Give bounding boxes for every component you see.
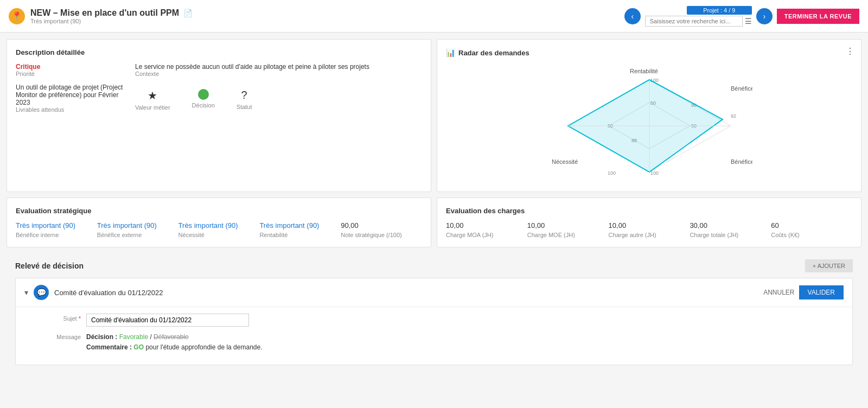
nav-prev-button[interactable]: ‹ <box>624 8 641 24</box>
description-row-deliverables: Un outil de pilotage de projet (Project … <box>16 84 422 113</box>
commentaire-prefix: Commentaire : <box>86 343 133 351</box>
description-row-priority: Critique Priorité Le service ne possède … <box>16 63 422 77</box>
priority-value: Critique <box>16 63 124 71</box>
charge-col-0: 10,00 Charge MOA (JH) <box>446 221 527 238</box>
description-title: Description détaillée <box>16 48 422 56</box>
charge-col-4: 60 Coûts (K€) <box>771 221 852 238</box>
charge-key-3: Charge totale (JH) <box>690 232 771 238</box>
eval-key-3: Rentabilité <box>259 232 341 238</box>
eval-value-4: 90,00 <box>341 221 422 229</box>
charge-col-3: 30,00 Charge totale (JH) <box>690 221 771 238</box>
eval-value-3: Très important (90) <box>259 221 341 229</box>
decision-item-left: ▾ 💬 Comité d'évaluation du 01/12/2022 <box>24 285 163 300</box>
radar-card: 📊 Radar des demandes ⋮ Rentabilité Bénéf… <box>437 39 861 192</box>
deliverables-value: Un outil de pilotage de projet (Project … <box>16 84 124 106</box>
charge-key-1: Charge MOE (JH) <box>527 232 609 238</box>
chevron-down-icon[interactable]: ▾ <box>24 288 28 297</box>
valeur-metier-label: Valeur métier <box>135 104 170 111</box>
decision-item: ▾ 💬 Comité d'évaluation du 01/12/2022 AN… <box>15 278 853 365</box>
decision-item-title: Comité d'évaluation du 01/12/2022 <box>54 289 163 297</box>
decision-header: Relevé de décision + AJOUTER <box>15 259 853 272</box>
valider-button[interactable]: VALIDER <box>799 285 844 299</box>
decision-item-header: ▾ 💬 Comité d'évaluation du 01/12/2022 AN… <box>16 278 852 307</box>
evaluation-charges-title: Evaluation des charges <box>446 207 852 215</box>
header-title-block: NEW – Mise en place d'un outil PPM 📄 Trè… <box>30 8 193 24</box>
decision-line: Décision : Favorable / Défavorable <box>86 332 263 342</box>
add-decision-button[interactable]: + AJOUTER <box>805 259 853 272</box>
radar-chart: Rentabilité Bénéfice externe Bénéfice in… <box>446 63 852 183</box>
title-text: NEW – Mise en place d'un outil PPM <box>30 8 179 18</box>
charge-value-3: 30,00 <box>690 221 771 229</box>
radar-title: 📊 Radar des demandes <box>446 48 852 57</box>
description-card: Description détaillée Critique Priorité … <box>7 39 431 192</box>
svg-text:Bénéfice interne: Bénéfice interne <box>731 158 752 165</box>
project-counter: Projet : 4 / 9 <box>687 6 752 15</box>
header: 📍 NEW – Mise en place d'un outil PPM 📄 T… <box>0 0 868 33</box>
top-row: Description détaillée Critique Priorité … <box>7 39 861 192</box>
go-text: GO <box>133 343 144 351</box>
charge-value-4: 60 <box>771 221 852 229</box>
svg-text:Nécessité: Nécessité <box>552 158 578 165</box>
decision-prefix: Décision : <box>86 333 119 341</box>
eval-value-0: Très important (90) <box>16 221 97 229</box>
nav-next-button[interactable]: › <box>756 8 773 24</box>
eval-col-1: Très important (90) Bénéfice externe <box>97 221 178 238</box>
svg-text:Bénéfice externe: Bénéfice externe <box>731 85 752 92</box>
charge-value-2: 10,00 <box>609 221 690 229</box>
header-left: 📍 NEW – Mise en place d'un outil PPM 📄 T… <box>9 8 193 24</box>
search-input[interactable] <box>645 16 743 27</box>
svg-text:92: 92 <box>731 113 736 119</box>
valeur-metier-block: ★ Valeur métier <box>135 89 170 111</box>
decision-circle-icon <box>198 89 209 100</box>
context-key: Contexte <box>135 71 422 77</box>
search-row: ☰ <box>645 16 752 27</box>
menu-icon: ☰ <box>745 17 752 25</box>
radar-more-button[interactable]: ⋮ <box>846 46 854 56</box>
evaluation-strategique-card: Evaluation stratégique Très important (9… <box>7 197 431 247</box>
chart-icon: 📊 <box>446 48 455 57</box>
statut-label: Statut <box>237 104 252 110</box>
svg-text:100: 100 <box>650 170 659 176</box>
charge-col-2: 10,00 Charge autre (JH) <box>609 221 690 238</box>
project-search-block: Projet : 4 / 9 ☰ <box>645 6 752 27</box>
eval-col-3: Très important (90) Rentabilité <box>259 221 341 238</box>
main-content: Description détaillée Critique Priorité … <box>0 33 868 382</box>
eval-key-2: Nécessité <box>178 232 260 238</box>
app-logo: 📍 <box>9 8 25 24</box>
eval-col-2: Très important (90) Nécessité <box>178 221 260 238</box>
decision-section: Relevé de décision + AJOUTER ▾ 💬 Comité … <box>7 253 861 376</box>
decision-item-actions: ANNULER VALIDER <box>763 285 844 299</box>
decision-label: Décision <box>192 102 215 109</box>
charge-key-4: Coûts (K€) <box>771 232 852 238</box>
form-row-sujet: Sujet <box>48 314 844 327</box>
sujet-input[interactable] <box>86 314 249 327</box>
mid-row: Evaluation stratégique Très important (9… <box>7 197 861 247</box>
eval-key-4: Note stratégique (/100) <box>341 232 422 238</box>
eval-value-2: Très important (90) <box>178 221 260 229</box>
chat-icon: 💬 <box>34 285 49 300</box>
commentaire-line: Commentaire : GO pour l'étude approfondi… <box>86 342 263 353</box>
statut-block: ? Statut <box>237 89 252 110</box>
eval-col-0: Très important (90) Bénéfice interne <box>16 221 97 238</box>
page-title: NEW – Mise en place d'un outil PPM 📄 <box>30 8 193 18</box>
form-row-message: Message Décision : Favorable / Défavorab… <box>48 332 844 353</box>
decision-item-body: Sujet Message Décision : Favorable / Déf… <box>16 307 852 365</box>
desc-col-context: Le service ne possède aucun outil d'aide… <box>135 63 422 77</box>
decision-block: Décision <box>192 89 215 109</box>
eval-col-4: 90,00 Note stratégique (/100) <box>341 221 422 238</box>
eval-key-1: Bénéfice externe <box>97 232 178 238</box>
commentaire-suffix: pour l'étude approfondie de la demande. <box>145 343 262 351</box>
evaluation-strategique-row: Très important (90) Bénéfice interne Trè… <box>16 221 422 238</box>
charges-row: 10,00 Charge MOA (JH) 10,00 Charge MOE (… <box>446 221 852 238</box>
evaluation-charges-card: Evaluation des charges 10,00 Charge MOA … <box>437 197 861 247</box>
priority-key: Priorité <box>16 71 124 77</box>
document-icon: 📄 <box>183 9 193 17</box>
icons-row: ★ Valeur métier Décision ? Statut <box>135 89 422 111</box>
statut-question-icon: ? <box>241 89 247 101</box>
terminate-button[interactable]: TERMINER LA REVUE <box>777 9 859 24</box>
annuler-button[interactable]: ANNULER <box>763 289 794 296</box>
star-icon: ★ <box>148 89 157 102</box>
desc-col-priority: Critique Priorité <box>16 63 124 77</box>
favorable-text: Favorable <box>119 333 148 341</box>
svg-text:100: 100 <box>608 170 616 176</box>
